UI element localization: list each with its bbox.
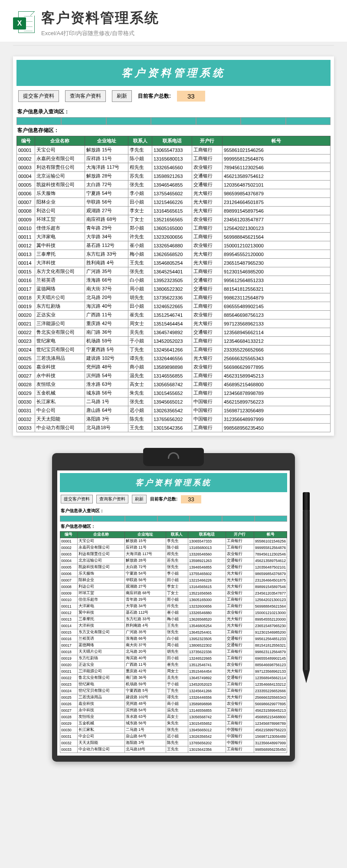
table-row: 00021三洋能源公司重庆路 42号周女士13515464454光大银行9971… — [60, 668, 287, 675]
table-cell: 13605165000 — [152, 224, 192, 233]
table-cell: 13598921263 — [152, 172, 192, 181]
table-cell: 陈先生 — [166, 740, 188, 746]
table-cell: 三若洗涤用品 — [77, 694, 124, 701]
table-cell: 宁夏西路 5号 — [124, 688, 166, 694]
table-cell: 00012 — [17, 241, 35, 250]
table-cell: 张先生 — [166, 629, 188, 636]
table-cell: 00032 — [60, 740, 78, 746]
query-section-label: 客户信息录入查询区： — [60, 506, 287, 516]
table-cell: 唐山路 64号 — [124, 733, 166, 740]
table-row: 00024世纪宝贝有限公司宁夏西路 5号丁先生13245641266工商银行23… — [60, 688, 287, 694]
table-cell: 00024 — [17, 345, 35, 354]
table-cell: 机场路 59号 — [85, 337, 128, 345]
table-cell: 长江家私 — [77, 727, 124, 733]
storage-section-label: 客户信息存储区： — [16, 125, 331, 136]
table-cell: 789456112302546 — [223, 163, 331, 172]
table-cell: 交通银行 — [226, 636, 254, 642]
table-cell: 丁先生 — [128, 345, 152, 354]
table-cell: 广西路 11号 — [85, 311, 128, 319]
table-cell: 丁女士 — [128, 215, 152, 224]
table-cell: 唐山路 64号 — [85, 406, 128, 415]
table-cell: 青年路 29号 — [85, 224, 128, 233]
sheet-banner: 客户资料管理系统 — [60, 473, 287, 492]
table-cell: 丁先生 — [166, 688, 188, 694]
table-cell: 三若洗涤用品 — [35, 354, 85, 363]
table-cell: 00007 — [17, 198, 35, 207]
table-cell: 工商银行 — [192, 389, 223, 398]
table-cell: 工商银行 — [192, 380, 223, 389]
table-cell: 13952323505 — [188, 636, 226, 642]
query-button[interactable]: 查询客户资料 — [96, 495, 128, 503]
table-cell: 工商银行 — [192, 337, 223, 345]
table-cell: 北京运输公司 — [77, 558, 124, 564]
table-cell: 00003 — [17, 163, 35, 172]
table-row: 00001天宝公司解放路 15号李先生13065547333工商银行955861… — [17, 146, 331, 155]
table-cell: 工商银行 — [226, 714, 254, 720]
table-cell: 13952323505 — [152, 276, 192, 285]
table-cell: 13645254401 — [188, 629, 226, 636]
table-cell: 312356648997999 — [254, 740, 287, 746]
table-cell: 工商银行 — [192, 345, 223, 354]
table-cell: 13598921263 — [188, 558, 226, 564]
table-cell: 李先生 — [166, 538, 188, 545]
query-input-row[interactable] — [16, 117, 331, 125]
table-cell: 13765656202 — [152, 415, 192, 424]
table-row: 00021三洋能源公司重庆路 42号周女士13515464454光大银行9971… — [17, 319, 331, 328]
table-cell: 13215466226 — [152, 198, 192, 207]
table-cell: 123546684133212 — [223, 337, 331, 345]
table-cell: 永嘉药业有限公司 — [77, 545, 124, 551]
table-cell: 13015455652 — [152, 389, 192, 398]
table-cell: 苏先生 — [166, 558, 188, 564]
table-cell: 鲁北实业有限公司 — [35, 328, 85, 337]
table-cell: 995612564851233 — [223, 276, 331, 285]
table-cell: 兖州路 48号 — [124, 701, 166, 707]
table-cell: 885646698756123 — [223, 311, 331, 319]
table-cell: 陈小姐 — [166, 545, 188, 551]
table-cell: 00018 — [60, 649, 78, 655]
table-cell: 永嘉药业有限公司 — [35, 155, 85, 163]
table-cell: 13645749892 — [188, 675, 226, 681]
table-cell: 兰裕英语 — [35, 276, 85, 285]
query-button[interactable]: 查询客户资料 — [65, 90, 106, 102]
table-cell: 太白路 72号 — [85, 181, 128, 189]
table-cell: 231264664501875 — [223, 198, 331, 207]
table-cell: 乐天服饰 — [35, 189, 85, 198]
toolbar: 提交客户资料查询客户资料刷新目前客户总数:33 — [60, 492, 287, 506]
refresh-button[interactable]: 刷新 — [132, 495, 147, 503]
table-cell: 123568945662114 — [223, 328, 331, 337]
table-cell: 150001210213000 — [223, 241, 331, 250]
table-cell: 456895215468800 — [223, 380, 331, 389]
table-row: 00008利达公司观湖路 27号李女士13164565615光大银行898991… — [17, 207, 331, 215]
table-row: 00013三泰摩托东方红路 33号梅小姐13626568520光大银行89954… — [60, 616, 287, 623]
table-cell: 李女士 — [128, 207, 152, 215]
table-cell: 456215899756223 — [223, 398, 331, 406]
table-cell: 谭先生 — [166, 694, 188, 701]
table-cell: 00006 — [60, 571, 78, 577]
table-cell: 解放路 15号 — [85, 146, 128, 155]
table-cell: 温先生 — [166, 707, 188, 714]
table-cell: 王先生 — [166, 623, 188, 629]
table-cell: 北马路18号 — [85, 424, 128, 432]
table-cell: 胜利南路 4号 — [124, 623, 166, 629]
table-cell: 王先生 — [166, 746, 188, 753]
count-label: 目前客户总数: — [138, 92, 171, 100]
refresh-button[interactable]: 刷新 — [112, 90, 132, 102]
table-cell: 光大银行 — [192, 198, 223, 207]
table-row: 00016兰裕英语淮海路 66号白小姐13952323505交通银行995612… — [17, 276, 331, 285]
table-cell: 998623112564879 — [254, 649, 287, 655]
table-cell: 世纪宝贝有限公司 — [77, 688, 124, 694]
table-cell: 海滨路 40号 — [85, 302, 128, 311]
table-cell: 张先生 — [166, 564, 188, 571]
toolbar: 提交客户资料查询客户资料刷新目前客户总数:33 — [16, 86, 331, 106]
query-input-row[interactable] — [60, 516, 287, 522]
submit-button[interactable]: 提交客户资料 — [18, 90, 59, 102]
table-row: 00014大洋科技胜利南路 4号王先生13546805254光大银行236515… — [17, 259, 331, 267]
column-header: 编号 — [60, 532, 78, 538]
table-cell: 天天唱片公司 — [35, 293, 85, 302]
table-cell: 工商银行 — [192, 424, 223, 432]
table-cell: 光大银行 — [226, 571, 254, 577]
submit-button[interactable]: 提交客户资料 — [61, 495, 93, 503]
table-cell: 986599854376879 — [223, 189, 331, 198]
table-cell: 工商银行 — [192, 155, 223, 163]
table-cell: 工商银行 — [226, 707, 254, 714]
